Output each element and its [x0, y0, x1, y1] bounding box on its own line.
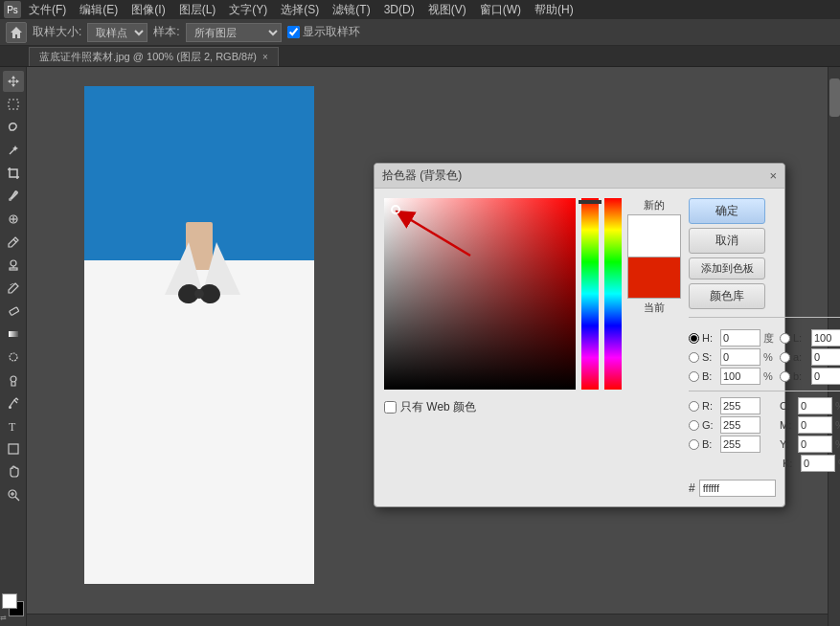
- menu-layer[interactable]: 图层(L): [173, 0, 222, 20]
- tab-title: 蓝底证件照素材.jpg @ 100% (图层 2, RGB/8#): [39, 50, 257, 64]
- K-field-row: K: %: [689, 455, 840, 472]
- R-input[interactable]: [720, 397, 761, 414]
- hue-slider[interactable]: [581, 198, 599, 390]
- document-tab[interactable]: 蓝底证件照素材.jpg @ 100% (图层 2, RGB/8#) ×: [29, 47, 279, 66]
- H-input[interactable]: [720, 329, 761, 347]
- tool-home-btn[interactable]: [6, 22, 27, 43]
- hand-tool[interactable]: [3, 461, 24, 482]
- swap-colors-icon[interactable]: ⇄: [0, 614, 7, 622]
- cancel-button[interactable]: 取消: [689, 228, 765, 254]
- B2-radio[interactable]: [689, 439, 699, 450]
- text-tool[interactable]: T: [3, 415, 24, 436]
- move-tool[interactable]: [3, 71, 24, 92]
- b-input[interactable]: [811, 368, 840, 385]
- G-label: G:: [702, 419, 717, 431]
- svg-point-3: [9, 198, 11, 201]
- horizontal-scrollbar[interactable]: [27, 614, 828, 626]
- sample-size-select[interactable]: 取样点: [87, 23, 148, 42]
- dialog-close-btn[interactable]: ×: [769, 168, 777, 183]
- tab-close[interactable]: ×: [262, 52, 268, 62]
- hex-hash: #: [689, 481, 695, 495]
- scrollbar-thumb[interactable]: [829, 78, 840, 117]
- color-library-button[interactable]: 颜色库: [689, 283, 765, 309]
- B-radio[interactable]: [689, 371, 699, 382]
- stamp-tool[interactable]: [3, 255, 24, 276]
- S-radio[interactable]: [689, 352, 699, 363]
- brush-tool[interactable]: [3, 232, 24, 253]
- svg-point-15: [9, 406, 11, 409]
- S-input[interactable]: [720, 348, 761, 366]
- eraser-tool[interactable]: [3, 301, 24, 322]
- dialog-title-bar: 拾色器 (背景色) ×: [375, 164, 784, 189]
- heal-tool[interactable]: [3, 209, 24, 230]
- show-ring-label[interactable]: 显示取样环: [287, 24, 360, 40]
- menu-select[interactable]: 选择(S): [275, 0, 325, 20]
- menu-image[interactable]: 图像(I): [125, 0, 170, 20]
- lasso-tool[interactable]: [3, 117, 24, 138]
- blur-tool[interactable]: [3, 347, 24, 368]
- gradient-tool[interactable]: [3, 324, 24, 345]
- G-radio[interactable]: [689, 420, 699, 431]
- dodge-tool[interactable]: [3, 369, 24, 391]
- canvas-document: [84, 86, 314, 584]
- R-field-row: R: C: %: [689, 397, 840, 414]
- B2-input[interactable]: [720, 436, 761, 453]
- G-input[interactable]: [720, 416, 761, 434]
- ok-button[interactable]: 确定: [689, 198, 765, 224]
- history-brush-tool[interactable]: [3, 278, 24, 299]
- H-radio[interactable]: [689, 333, 699, 344]
- current-label: 当前: [644, 301, 665, 315]
- K-empty: [723, 455, 763, 472]
- menu-edit[interactable]: 编辑(E): [74, 0, 124, 20]
- B-input[interactable]: [720, 368, 761, 385]
- selection-tool[interactable]: [3, 94, 24, 115]
- color-gradient-picker[interactable]: [384, 198, 576, 390]
- svg-rect-11: [9, 307, 18, 316]
- B-label: B:: [702, 370, 717, 382]
- menu-file[interactable]: 文件(F): [23, 0, 72, 20]
- Y-input[interactable]: [798, 436, 832, 453]
- web-only-checkbox[interactable]: [384, 401, 397, 414]
- menu-filter[interactable]: 滤镜(T): [327, 0, 375, 20]
- hex-row: #: [689, 480, 840, 497]
- color-swatches-group: ⇄: [0, 593, 27, 622]
- canvas-bow: [178, 280, 220, 310]
- eyedropper-tool[interactable]: [3, 186, 24, 207]
- add-to-swatches-button[interactable]: 添加到色板: [689, 257, 765, 279]
- svg-point-14: [11, 376, 16, 382]
- S-unit: %: [763, 351, 777, 363]
- M-input[interactable]: [798, 416, 832, 434]
- divider2: [689, 391, 840, 391]
- menu-help[interactable]: 帮助(H): [529, 0, 579, 20]
- menu-window[interactable]: 窗口(W): [474, 0, 527, 20]
- L-input[interactable]: [811, 329, 840, 347]
- svg-rect-17: [9, 444, 18, 454]
- svg-line-7: [13, 239, 16, 242]
- ps-logo: Ps: [4, 1, 21, 18]
- crop-tool[interactable]: [3, 163, 24, 184]
- fg-color-swatch[interactable]: [2, 593, 17, 609]
- K-input[interactable]: [801, 455, 835, 472]
- L-radio[interactable]: [780, 333, 790, 344]
- R-radio[interactable]: [689, 401, 699, 412]
- hex-input[interactable]: [699, 480, 776, 497]
- pen-tool[interactable]: [3, 392, 24, 414]
- zoom-tool[interactable]: [3, 484, 24, 505]
- a-radio[interactable]: [780, 352, 790, 363]
- C-unit: %: [835, 400, 840, 412]
- menu-view[interactable]: 视图(V): [422, 0, 472, 20]
- C-label: C:: [780, 400, 795, 412]
- C-input[interactable]: [798, 397, 832, 414]
- alpha-slider[interactable]: [604, 198, 622, 390]
- svg-marker-0: [11, 27, 22, 38]
- shape-tool[interactable]: [3, 438, 24, 459]
- sample-select[interactable]: 所有图层: [186, 23, 282, 42]
- H-field-row: H: 度 L:: [689, 329, 840, 347]
- menu-3d[interactable]: 3D(D): [378, 1, 420, 18]
- a-input[interactable]: [811, 348, 840, 366]
- show-ring-checkbox[interactable]: [287, 26, 300, 38]
- menu-text[interactable]: 文字(Y): [223, 0, 273, 20]
- dialog-body: 新的 当前 只有 Web 颜色 确定 取消 添加到色板 颜色: [375, 189, 784, 506]
- b-radio[interactable]: [780, 371, 790, 382]
- magic-wand-tool[interactable]: [3, 140, 24, 161]
